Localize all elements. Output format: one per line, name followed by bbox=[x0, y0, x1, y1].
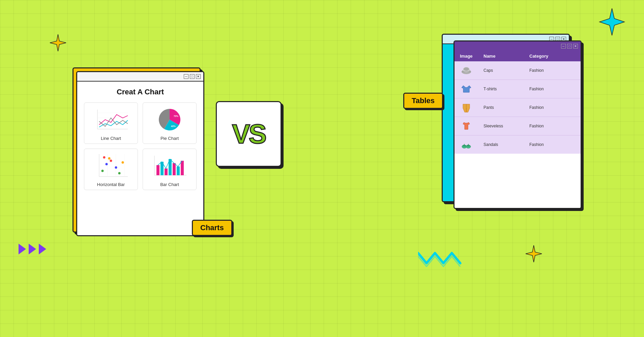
tables-window-front: ─ □ ✕ Image Name Category Caps Fashion bbox=[453, 40, 582, 209]
charts-window-controls: ─ □ ✕ bbox=[184, 74, 201, 79]
line-chart-card[interactable]: Line Chart bbox=[84, 102, 138, 144]
tables-front-controls: ─ □ ✕ bbox=[561, 44, 578, 49]
line-chart-label: Line Chart bbox=[101, 136, 121, 141]
icon-caps bbox=[460, 64, 473, 77]
charts-window-outer: ─ □ ✕ Creat A Chart bbox=[72, 67, 201, 233]
charts-minimize-btn[interactable]: ─ bbox=[184, 74, 188, 79]
zigzag-decoration bbox=[418, 246, 462, 271]
bar-chart-label: Bar Chart bbox=[160, 182, 179, 187]
vs-text: VS bbox=[232, 121, 265, 148]
hbar-chart-label: Horizontal Bar bbox=[97, 182, 125, 187]
svg-point-38 bbox=[466, 145, 471, 148]
icon-pants bbox=[460, 101, 473, 114]
icon-tshirt bbox=[460, 83, 473, 95]
tables-front-maximize[interactable]: □ bbox=[567, 44, 572, 49]
td-caps-name: Caps bbox=[484, 68, 529, 73]
svg-rect-29 bbox=[173, 163, 176, 175]
table-header: Image Name Category bbox=[455, 51, 581, 61]
svg-marker-2 bbox=[39, 244, 46, 254]
star-yellow-decoration bbox=[49, 34, 66, 51]
th-category: Category bbox=[529, 54, 575, 59]
svg-marker-1 bbox=[29, 244, 36, 254]
pie-chart-visual: 70% 40% bbox=[151, 106, 188, 133]
svg-point-21 bbox=[108, 157, 111, 160]
table-row: Caps Fashion bbox=[455, 61, 581, 80]
charts-badge: Charts bbox=[192, 220, 232, 236]
star-cyan-decoration bbox=[597, 7, 624, 34]
hbar-chart-card[interactable]: Horizontal Bar bbox=[84, 149, 138, 190]
hbar-chart-visual bbox=[92, 152, 129, 179]
td-sleeveless-category: Fashion bbox=[529, 124, 575, 128]
pie-chart-card[interactable]: 70% 40% Pie Chart bbox=[143, 102, 197, 144]
tables-title-bar: ─ □ ✕ bbox=[455, 41, 581, 51]
table-row: Sandals Fashion bbox=[455, 135, 581, 154]
td-sleeveless-name: Sleeveless bbox=[484, 124, 529, 128]
tables-front-close[interactable]: ✕ bbox=[573, 44, 578, 49]
charts-window-inner: ─ □ ✕ Creat A Chart bbox=[76, 71, 204, 236]
td-tshirt-category: Fashion bbox=[529, 87, 575, 91]
line-chart-visual bbox=[92, 106, 129, 133]
td-sandals-category: Fashion bbox=[529, 142, 575, 147]
table-row: Pants Fashion bbox=[455, 98, 581, 117]
charts-maximize-btn[interactable]: □ bbox=[190, 74, 195, 79]
svg-text:70%: 70% bbox=[174, 115, 179, 117]
svg-point-17 bbox=[106, 163, 108, 165]
th-name: Name bbox=[484, 54, 529, 59]
table-row: T-shirts Fashion bbox=[455, 80, 581, 98]
arrows-decoration bbox=[19, 242, 56, 259]
svg-point-15 bbox=[103, 156, 106, 159]
svg-text:40%: 40% bbox=[171, 125, 176, 127]
td-sandals-name: Sandals bbox=[484, 142, 529, 147]
td-tshirt-name: T-shirts bbox=[484, 87, 529, 91]
th-image: Image bbox=[460, 54, 484, 59]
svg-rect-31 bbox=[181, 161, 184, 175]
table-row: Sleeveless Fashion bbox=[455, 117, 581, 135]
charts-close-btn[interactable]: ✕ bbox=[196, 74, 201, 79]
icon-sleeveless bbox=[460, 120, 473, 132]
charts-grid: Line Chart bbox=[84, 102, 197, 190]
svg-rect-30 bbox=[177, 166, 180, 175]
svg-point-16 bbox=[110, 160, 112, 162]
charts-title-bar: ─ □ ✕ bbox=[77, 72, 203, 82]
svg-point-20 bbox=[118, 172, 121, 175]
pie-chart-label: Pie Chart bbox=[160, 136, 179, 141]
svg-rect-25 bbox=[156, 165, 159, 175]
charts-main-title: Creat A Chart bbox=[84, 88, 197, 96]
svg-point-18 bbox=[115, 166, 117, 169]
svg-rect-27 bbox=[165, 168, 168, 175]
charts-window-body: Creat A Chart bbox=[77, 82, 203, 196]
tables-front-minimize[interactable]: ─ bbox=[561, 44, 566, 49]
diamond-yellow-decoration bbox=[525, 245, 543, 266]
svg-marker-0 bbox=[19, 244, 26, 254]
bar-chart-card[interactable]: Bar Chart bbox=[143, 149, 197, 190]
svg-point-34 bbox=[464, 67, 469, 71]
vs-box: VS bbox=[216, 101, 282, 167]
bar-chart-visual bbox=[151, 152, 188, 179]
icon-sandals bbox=[460, 138, 473, 151]
td-pants-category: Fashion bbox=[529, 105, 575, 110]
svg-point-19 bbox=[101, 170, 104, 172]
tables-badge: Tables bbox=[403, 93, 443, 109]
td-pants-name: Pants bbox=[484, 105, 529, 110]
td-caps-category: Fashion bbox=[529, 68, 575, 73]
table-body: Caps Fashion T-shirts Fashion Pants Fash… bbox=[455, 61, 581, 154]
svg-point-22 bbox=[122, 161, 124, 164]
